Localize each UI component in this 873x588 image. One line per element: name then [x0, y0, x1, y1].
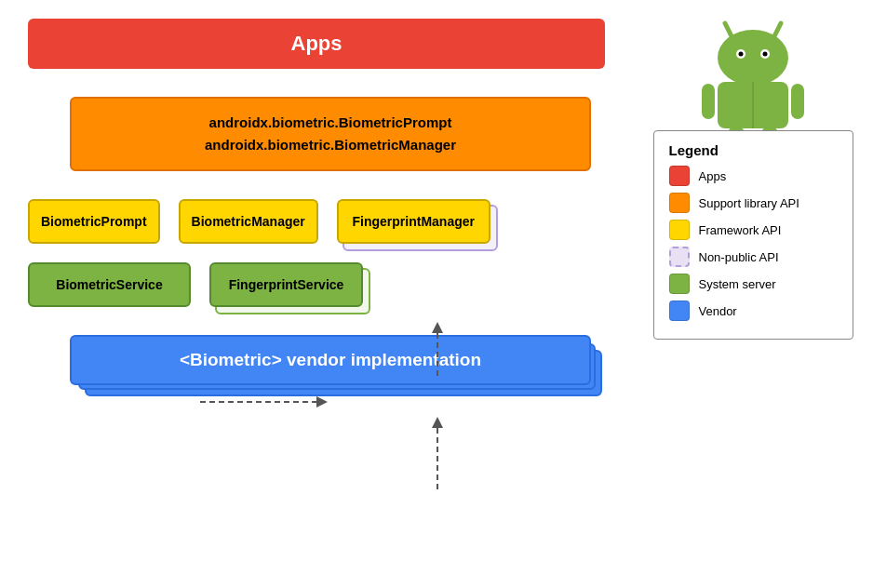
- legend-label-1: Support library API: [699, 196, 799, 210]
- fingerprint-service-box: FingerprintService: [209, 262, 363, 307]
- framework-row: BiometricPrompt BiometricManager Fingerp…: [19, 199, 596, 244]
- legend-box: Legend AppsSupport library APIFramework …: [653, 130, 853, 340]
- svg-point-12: [763, 52, 768, 57]
- fingerprint-manager-box: FingerprintManager: [337, 199, 490, 244]
- svg-rect-14: [702, 84, 715, 119]
- legend-item-0: Apps: [669, 166, 838, 186]
- svg-point-8: [718, 30, 788, 86]
- svg-rect-15: [791, 84, 804, 119]
- legend-swatch-4: [669, 274, 690, 294]
- vendor-row: <Biometric> vendor implementation: [19, 335, 614, 385]
- svg-marker-5: [432, 417, 443, 428]
- biometric-prompt-label: BiometricPrompt: [41, 214, 147, 229]
- legend-item-2: Framework API: [669, 220, 838, 240]
- server-row: BiometricService FingerprintService: [19, 262, 596, 307]
- vendor-box: <Biometric> vendor implementation: [70, 335, 591, 385]
- android-robot: [692, 9, 813, 130]
- diagram-area: Apps androidx.biometric.BiometricPrompt …: [0, 0, 633, 588]
- fingerprint-manager-wrapper: FingerprintManager: [337, 199, 490, 244]
- apps-row: Apps: [19, 19, 614, 69]
- fingerprint-service-label: FingerprintService: [229, 277, 344, 292]
- legend-item-4: System server: [669, 274, 838, 294]
- legend-swatch-0: [669, 166, 690, 186]
- biometric-prompt-box: BiometricPrompt: [28, 199, 160, 244]
- apps-box: Apps: [28, 19, 605, 69]
- legend-label-3: Non-public API: [699, 250, 779, 264]
- legend-items-container: AppsSupport library APIFramework APINon-…: [669, 166, 838, 321]
- biometric-service-label: BiometricService: [56, 277, 162, 292]
- legend-item-1: Support library API: [669, 193, 838, 213]
- legend-item-5: Vendor: [669, 301, 838, 321]
- fingerprint-manager-label: FingerprintManager: [353, 214, 475, 229]
- apps-label: Apps: [291, 32, 342, 55]
- svg-point-11: [739, 52, 744, 57]
- sidebar-area: Legend AppsSupport library APIFramework …: [633, 0, 873, 588]
- svg-marker-1: [316, 396, 328, 408]
- legend-label-5: Vendor: [699, 304, 737, 318]
- legend-item-3: Non-public API: [669, 247, 838, 267]
- legend-title: Legend: [669, 142, 838, 158]
- fingerprint-service-wrapper: FingerprintService: [209, 262, 363, 307]
- legend-label-0: Apps: [699, 169, 727, 183]
- biometric-manager-label: BiometricManager: [192, 214, 305, 229]
- support-line1: androidx.biometric.BiometricPrompt: [209, 114, 452, 130]
- legend-swatch-3: [669, 247, 690, 267]
- biometric-manager-box: BiometricManager: [179, 199, 318, 244]
- support-line2: androidx.biometric.BiometricManager: [205, 137, 456, 153]
- legend-swatch-5: [669, 301, 690, 321]
- svg-marker-3: [432, 322, 443, 333]
- support-box: androidx.biometric.BiometricPrompt andro…: [70, 97, 591, 171]
- support-row: androidx.biometric.BiometricPrompt andro…: [19, 97, 614, 171]
- vendor-label: <Biometric> vendor implementation: [180, 350, 481, 369]
- legend-label-4: System server: [699, 277, 776, 291]
- legend-swatch-2: [669, 220, 690, 240]
- legend-label-2: Framework API: [699, 223, 782, 237]
- biometric-service-box: BiometricService: [28, 262, 191, 307]
- legend-swatch-1: [669, 193, 690, 213]
